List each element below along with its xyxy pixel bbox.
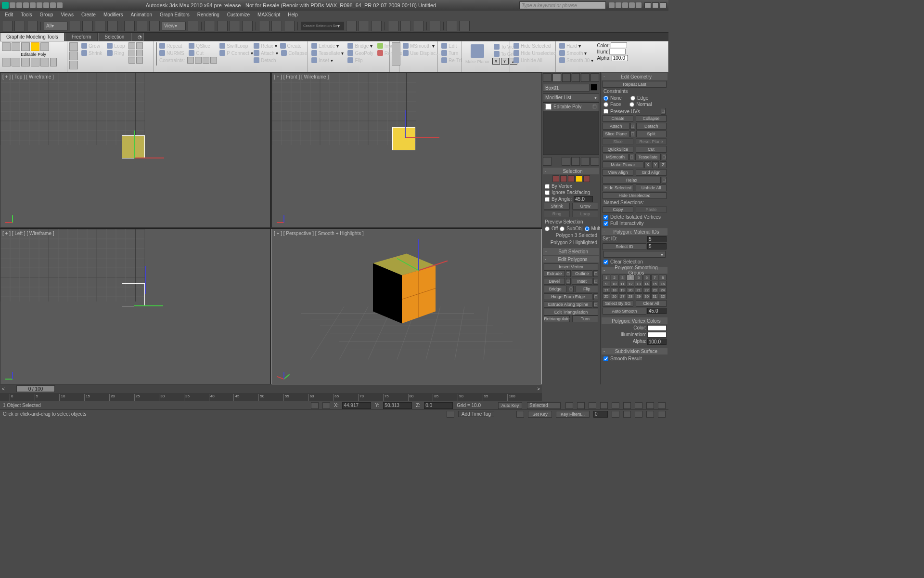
selection-filter-dropdown[interactable]: All ▾ xyxy=(44,22,68,30)
c-btn[interactable] xyxy=(203,57,209,64)
relax-button[interactable]: Relax ▾ xyxy=(252,42,279,49)
insert-vertex-button[interactable]: Insert Vertex xyxy=(544,263,598,270)
sg-button-31[interactable]: 31 xyxy=(651,293,659,299)
object-color-swatch[interactable] xyxy=(590,84,597,91)
menu-grapheditors[interactable]: Graph Editors xyxy=(160,12,190,17)
qslice-button[interactable]: QSlice xyxy=(187,42,217,49)
keyfilters-button[interactable]: Key Filters... xyxy=(556,411,590,418)
sg-button-26[interactable]: 26 xyxy=(611,293,618,299)
setkey-button[interactable]: Set Key xyxy=(528,411,552,418)
sg-button-18[interactable]: 18 xyxy=(611,287,618,293)
clear-all-button[interactable]: Clear All xyxy=(636,300,667,307)
bevel-button[interactable]: Bevel xyxy=(544,278,565,285)
element-mode-button[interactable] xyxy=(40,42,49,51)
vertex-so-icon[interactable] xyxy=(552,175,559,182)
slice-opts[interactable]: □ xyxy=(630,131,635,137)
sel-btn[interactable] xyxy=(128,50,135,56)
edit-tri-button[interactable]: Edit Triangulation xyxy=(544,309,598,315)
minimize-button[interactable] xyxy=(644,2,651,8)
c-btn[interactable] xyxy=(210,57,217,64)
menu-modifiers[interactable]: Modifiers xyxy=(103,12,123,17)
select-id-button[interactable]: Select ID xyxy=(603,243,646,250)
hide-selected-button[interactable]: Hide Selected xyxy=(512,42,553,49)
preserve-uvs-check[interactable] xyxy=(603,109,608,114)
sg-button-3[interactable]: 3 xyxy=(619,275,627,280)
sg-button-2[interactable]: 2 xyxy=(611,275,618,280)
keyfilter-dropdown[interactable]: Selected xyxy=(527,402,561,409)
c-btn[interactable] xyxy=(195,57,202,64)
vc-alpha-spinner[interactable]: 100.0 xyxy=(647,339,667,345)
modify-tab-icon[interactable] xyxy=(552,73,561,82)
smooth-button[interactable]: Smooth ▾ xyxy=(558,50,595,56)
auto-smooth-button[interactable]: Auto Smooth xyxy=(603,308,646,315)
sg-button-10[interactable]: 10 xyxy=(611,281,618,287)
percent-snap-button[interactable] xyxy=(230,21,240,31)
swiftloop-button[interactable]: SwiftLoop xyxy=(218,42,255,49)
nav-icon[interactable] xyxy=(658,411,666,418)
menu-rendering[interactable]: Rendering xyxy=(197,12,219,17)
viewport-label[interactable]: [ + ] [ Front ] [ Wireframe ] xyxy=(274,74,329,79)
sg-button-30[interactable]: 30 xyxy=(643,293,651,299)
constraint-none-radio[interactable] xyxy=(603,96,608,101)
sg-button-25[interactable]: 25 xyxy=(603,293,610,299)
tessellate-button[interactable]: Tessellate xyxy=(635,154,661,160)
msmooth-button[interactable]: MSmooth ▾ xyxy=(401,42,436,49)
rollout-smoothgroups[interactable]: - Polygon: Smoothing Groups xyxy=(602,267,667,274)
autosmooth-spinner[interactable]: 45.0 xyxy=(647,308,667,314)
nav-icon[interactable] xyxy=(646,402,654,409)
motion-tab-icon[interactable] xyxy=(572,73,580,82)
viewport-left[interactable]: [ + ] [ Left ] [ Wireframe ] xyxy=(0,229,270,384)
relax-opts[interactable]: □ xyxy=(662,177,667,184)
preview-off-radio[interactable] xyxy=(545,226,550,231)
hinge-button[interactable]: Hinge From Edge xyxy=(544,293,592,300)
sg-button-22[interactable]: 22 xyxy=(643,287,651,293)
grow-button[interactable]: Grow xyxy=(80,42,103,49)
render-button[interactable] xyxy=(413,21,424,31)
flip-button[interactable]: Flip xyxy=(346,57,374,64)
sg-button-1[interactable]: 1 xyxy=(603,275,610,280)
repeat-last-button[interactable]: Repeat Last xyxy=(603,81,667,88)
autokey-button[interactable]: Auto Key xyxy=(498,402,522,409)
frame-input[interactable]: 0 xyxy=(593,411,608,418)
pivot-button[interactable] xyxy=(188,21,198,31)
modifier-stack[interactable]: Editable Poly☐ xyxy=(543,102,599,155)
nav-icon[interactable] xyxy=(635,411,642,418)
named-selection-dropdown[interactable]: Create Selection Se ▾ xyxy=(301,22,344,30)
hide-sel-button[interactable]: Hide Selected xyxy=(603,184,633,191)
sg-button-7[interactable]: 7 xyxy=(651,275,659,280)
smooth-result-check[interactable] xyxy=(603,356,608,361)
geopoly-button[interactable]: GeoPoly xyxy=(346,50,374,56)
nav-icon[interactable] xyxy=(635,402,642,409)
shrink-button[interactable]: Shrink xyxy=(80,50,103,56)
sel-button[interactable] xyxy=(69,61,78,69)
full-int-check[interactable] xyxy=(603,221,608,226)
redo-button[interactable] xyxy=(14,21,25,31)
sg-button-19[interactable]: 19 xyxy=(619,287,627,293)
abs-rel-icon[interactable] xyxy=(322,402,330,409)
constraint-normal-radio[interactable] xyxy=(629,102,634,107)
tab-graphite[interactable]: Graphite Modeling Tools xyxy=(0,33,64,41)
object-name-input[interactable] xyxy=(543,84,590,92)
rollout-selection[interactable]: - Selection xyxy=(543,168,599,174)
tess-opts[interactable]: □ xyxy=(662,154,667,160)
preview-subobj-radio[interactable] xyxy=(560,226,565,231)
msmooth-button[interactable]: MSmooth xyxy=(603,154,629,160)
use-displace-button[interactable]: Use Displac... xyxy=(401,50,436,56)
spinner-snap-button[interactable] xyxy=(242,21,253,31)
smooth30-button[interactable]: Smooth 30 ▾ xyxy=(558,57,595,64)
nav-icon[interactable] xyxy=(623,411,631,418)
quickslice-button[interactable]: QuickSlice xyxy=(603,146,633,153)
render-setup-button[interactable] xyxy=(388,21,398,31)
border-so-icon[interactable] xyxy=(568,175,575,182)
collapse-button[interactable]: Collapse xyxy=(280,50,308,56)
qat-redo-icon[interactable] xyxy=(37,2,42,8)
tab-collapse-icon[interactable]: ◔ xyxy=(131,33,144,41)
sel-btn[interactable] xyxy=(136,57,143,64)
outline-button[interactable]: Outline xyxy=(572,270,593,277)
stack-btn[interactable] xyxy=(581,157,590,166)
sg-button-32[interactable]: 32 xyxy=(659,293,667,299)
create-button[interactable]: Create xyxy=(279,42,303,49)
sel-btn[interactable] xyxy=(128,57,135,64)
poly-button[interactable] xyxy=(21,58,30,66)
star-icon[interactable] xyxy=(622,2,628,8)
